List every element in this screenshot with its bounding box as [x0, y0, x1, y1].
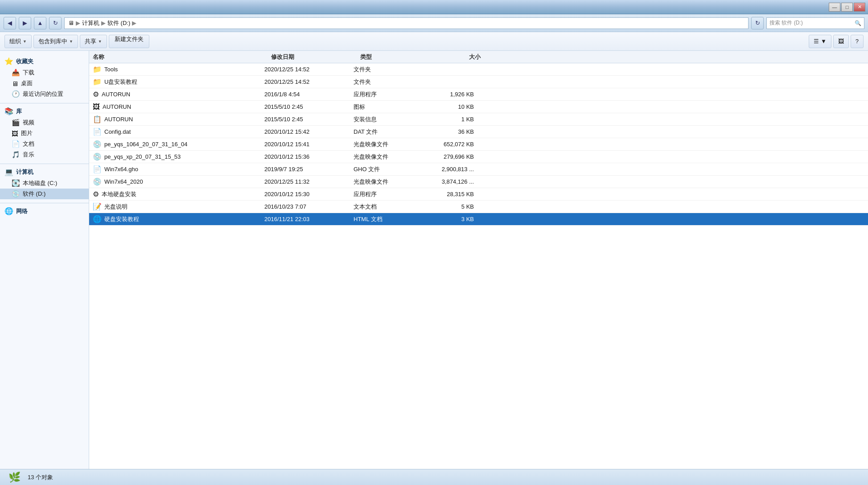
video-icon: 🎬 [12, 119, 20, 127]
file-date-cell: 2020/10/12 15:30 [264, 191, 354, 197]
column-name[interactable]: 名称 [93, 53, 271, 61]
forward-button[interactable]: ▶ [19, 17, 31, 29]
table-row[interactable]: 📁 U盘安装教程 2020/12/25 14:52 文件夹 [89, 76, 868, 88]
file-date-cell: 2020/12/25 11:32 [264, 178, 354, 185]
sidebar-library-title[interactable]: 📚 库 [0, 105, 89, 117]
file-type-icon: ⚙ [93, 190, 99, 198]
file-name-label: 光盘说明 [104, 203, 128, 211]
sidebar-network-title[interactable]: 🌐 网络 [0, 205, 89, 217]
minimize-button[interactable]: — [829, 3, 840, 12]
file-name-cell: 📝 光盘说明 [93, 202, 264, 211]
address-refresh-button[interactable]: ↻ [751, 17, 764, 29]
file-list-area[interactable]: 名称 修改日期 类型 大小 📁 Tools 2020/12/25 14:52 文… [89, 51, 868, 469]
file-type-icon: 🖼 [93, 103, 100, 111]
search-placeholder: 搜索 软件 (D:) [769, 19, 803, 27]
close-button[interactable]: ✕ [854, 3, 865, 12]
file-name-cell: 📁 U盘安装教程 [93, 78, 264, 86]
file-name-cell: 💿 pe_yqs_1064_20_07_31_16_04 [93, 140, 264, 148]
file-name-label: 本地硬盘安装 [102, 190, 136, 198]
column-type[interactable]: 类型 [360, 53, 432, 61]
file-size-cell: 652,072 KB [425, 141, 483, 148]
up-button[interactable]: ▲ [34, 17, 46, 29]
file-list-header: 名称 修改日期 类型 大小 [89, 51, 868, 63]
view-button[interactable]: ☰ ▼ [809, 35, 831, 48]
file-date-cell: 2020/10/12 15:36 [264, 153, 354, 160]
table-row[interactable]: 🖼 AUTORUN 2015/5/10 2:45 图标 10 KB [89, 101, 868, 113]
file-type-cell: 安装信息 [354, 115, 425, 123]
sidebar-divider-1 [0, 103, 89, 103]
file-size-cell: 279,696 KB [425, 153, 483, 160]
sidebar-item-pictures[interactable]: 🖼 图片 [0, 128, 89, 139]
search-box[interactable]: 搜索 软件 (D:) 🔍 [766, 17, 864, 29]
organize-button[interactable]: 组织 ▼ [4, 35, 32, 48]
table-row[interactable]: 📋 AUTORUN 2015/5/10 2:45 安装信息 1 KB [89, 113, 868, 126]
table-row[interactable]: 💿 pe_yqs_xp_20_07_31_15_53 2020/10/12 15… [89, 151, 868, 163]
desktop-icon: 🖥 [12, 80, 18, 87]
music-icon: 🎵 [12, 151, 20, 159]
column-date[interactable]: 修改日期 [271, 53, 360, 61]
sidebar-divider-2 [0, 164, 89, 164]
sidebar-item-music[interactable]: 🎵 音乐 [0, 149, 89, 160]
toolbar-right: ☰ ▼ 🖼 ? [809, 35, 864, 48]
sidebar-item-video[interactable]: 🎬 视频 [0, 117, 89, 128]
table-row[interactable]: 🌐 硬盘安装教程 2016/11/21 22:03 HTML 文档 3 KB [89, 213, 868, 226]
file-type-cell: 文本文档 [354, 203, 425, 211]
file-name-label: Win7x64.gho [104, 166, 138, 173]
library-label: 包含到库中 [38, 37, 67, 45]
library-button[interactable]: 包含到库中 ▼ [33, 35, 78, 48]
file-date-cell: 2015/5/10 2:45 [264, 103, 354, 110]
breadcrumb-computer[interactable]: 计算机 [82, 19, 99, 27]
documents-icon: 📄 [12, 140, 20, 148]
table-row[interactable]: 📄 Win7x64.gho 2019/9/7 19:25 GHO 文件 2,90… [89, 163, 868, 176]
share-button[interactable]: 共享 ▼ [80, 35, 107, 48]
sidebar-computer-title[interactable]: 💻 计算机 [0, 166, 89, 178]
sidebar-item-desktop[interactable]: 🖥 桌面 [0, 78, 89, 89]
file-date-cell: 2016/10/23 7:07 [264, 203, 354, 210]
file-date-cell: 2020/10/12 15:41 [264, 141, 354, 148]
table-row[interactable]: ⚙ 本地硬盘安装 2020/10/12 15:30 应用程序 28,315 KB [89, 188, 868, 201]
file-size-cell: 5 KB [425, 203, 483, 210]
main-layout: ⭐ 收藏夹 📥 下载 🖥 桌面 🕐 最近访问的位置 📚 库 [0, 51, 868, 469]
file-date-cell: 2015/5/10 2:45 [264, 116, 354, 123]
file-date-cell: 2020/10/12 15:42 [264, 128, 354, 135]
file-name-cell: 💿 pe_yqs_xp_20_07_31_15_53 [93, 152, 264, 161]
breadcrumb-icon: 🖥 [68, 20, 74, 26]
sidebar-item-drive-c[interactable]: 💽 本地磁盘 (C:) [0, 178, 89, 189]
back-button[interactable]: ◀ [4, 17, 16, 29]
table-row[interactable]: 📝 光盘说明 2016/10/23 7:07 文本文档 5 KB [89, 201, 868, 213]
organize-label: 组织 [9, 37, 21, 45]
file-type-cell: DAT 文件 [354, 128, 425, 136]
table-row[interactable]: 💿 pe_yqs_1064_20_07_31_16_04 2020/10/12 … [89, 138, 868, 151]
sidebar-item-drive-d[interactable]: 💿 软件 (D:) [0, 189, 89, 199]
address-bar: ◀ ▶ ▲ ↻ 🖥 ▶ 计算机 ▶ 软件 (D:) ▶ ↻ 搜索 软件 (D:)… [0, 14, 868, 32]
sidebar-library: 📚 库 🎬 视频 🖼 图片 📄 文档 🎵 音乐 [0, 105, 89, 160]
organize-arrow: ▼ [23, 39, 27, 44]
column-size[interactable]: 大小 [432, 53, 490, 61]
file-rows-container: 📁 Tools 2020/12/25 14:52 文件夹 📁 U盘安装教程 20… [89, 63, 868, 226]
file-name-cell: 📄 Config.dat [93, 127, 264, 136]
preview-button[interactable]: 🖼 [833, 35, 849, 48]
sidebar: ⭐ 收藏夹 📥 下载 🖥 桌面 🕐 最近访问的位置 📚 库 [0, 51, 89, 469]
table-row[interactable]: 📄 Config.dat 2020/10/12 15:42 DAT 文件 36 … [89, 126, 868, 138]
file-type-cell: HTML 文档 [354, 215, 425, 223]
breadcrumb-drive[interactable]: 软件 (D:) [107, 19, 130, 27]
help-button[interactable]: ? [851, 35, 864, 48]
sidebar-item-downloads[interactable]: 📥 下载 [0, 67, 89, 78]
maximize-button[interactable]: □ [841, 3, 853, 12]
new-folder-button[interactable]: 新建文件夹 [109, 35, 149, 48]
file-type-icon: 📋 [93, 115, 102, 123]
file-type-cell: GHO 文件 [354, 165, 425, 173]
file-size-cell: 10 KB [425, 103, 483, 110]
file-name-label: pe_yqs_xp_20_07_31_15_53 [104, 153, 181, 160]
network-icon: 🌐 [4, 207, 13, 215]
sidebar-item-recent[interactable]: 🕐 最近访问的位置 [0, 89, 89, 99]
refresh-button[interactable]: ↻ [49, 17, 62, 29]
file-date-cell: 2016/1/8 4:54 [264, 91, 354, 98]
breadcrumb[interactable]: 🖥 ▶ 计算机 ▶ 软件 (D:) ▶ [64, 17, 749, 29]
sidebar-favorites-title[interactable]: ⭐ 收藏夹 [0, 55, 89, 67]
sidebar-item-documents[interactable]: 📄 文档 [0, 139, 89, 149]
table-row[interactable]: 💿 Win7x64_2020 2020/12/25 11:32 光盘映像文件 3… [89, 176, 868, 188]
file-date-cell: 2020/12/25 14:52 [264, 66, 354, 73]
table-row[interactable]: ⚙ AUTORUN 2016/1/8 4:54 应用程序 1,926 KB [89, 88, 868, 101]
table-row[interactable]: 📁 Tools 2020/12/25 14:52 文件夹 [89, 63, 868, 76]
